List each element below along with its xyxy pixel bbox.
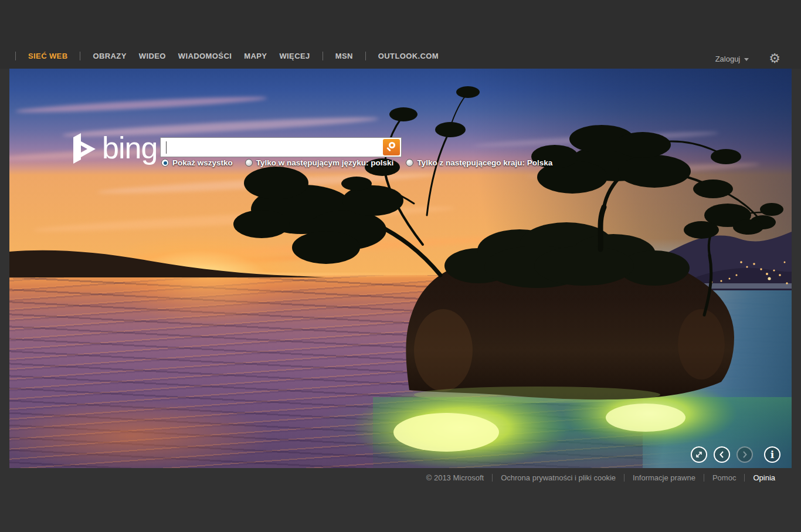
search-button[interactable]: [383, 139, 400, 155]
nav-separator: [80, 52, 80, 60]
nav-separator: [323, 52, 323, 60]
filter-label: Tylko z następującego kraju: Polska: [417, 158, 552, 167]
chevron-right-icon: [741, 450, 748, 459]
filter-language-polish[interactable]: Tylko w następującym języku: polski: [245, 158, 394, 167]
search-box: [160, 137, 402, 157]
footer-separator: [744, 474, 745, 482]
footer-separator: [624, 474, 624, 482]
gear-icon[interactable]: ⚙: [769, 53, 780, 65]
copyright-text: © 2013 Microsoft: [426, 473, 484, 482]
search-icon: [389, 142, 395, 148]
footer-link-legal[interactable]: Informacje prawne: [633, 473, 695, 482]
chevron-down-icon: [744, 58, 749, 61]
nav-item-video[interactable]: WIDEO: [139, 52, 166, 60]
next-image-button: [736, 446, 753, 463]
footer-links: © 2013 Microsoft Ochrona prywatności i p…: [426, 473, 775, 482]
expand-icon: [695, 450, 703, 459]
footer-link-help[interactable]: Pomoc: [712, 473, 736, 482]
nav-item-images[interactable]: OBRAZY: [93, 52, 126, 60]
nav-separator: [15, 52, 16, 60]
footer-link-feedback[interactable]: Opinia: [753, 473, 775, 482]
nav-item-msn[interactable]: MSN: [335, 52, 353, 60]
nav-separator: [365, 52, 366, 60]
nav-item-news[interactable]: WIADOMOŚCI: [178, 52, 232, 60]
footer-bar: © 2013 Microsoft Ochrona prywatności i p…: [0, 468, 801, 532]
sign-in-label: Zaloguj: [715, 55, 741, 63]
radio-selected-icon[interactable]: [161, 159, 169, 167]
image-info-button[interactable]: i: [764, 446, 780, 463]
search-filters: Pokaż wszystko Tylko w następującym języ…: [161, 158, 552, 167]
nav-item-outlook[interactable]: OUTLOOK.COM: [378, 52, 439, 60]
bing-logo: bing: [72, 133, 157, 165]
chevron-left-icon: [718, 450, 725, 459]
radio-icon[interactable]: [245, 159, 253, 167]
info-icon: i: [771, 450, 774, 460]
filter-show-all[interactable]: Pokaż wszystko: [161, 158, 233, 167]
fullscreen-button[interactable]: [691, 446, 707, 463]
bing-logo-icon: [72, 133, 97, 165]
nav-item-maps[interactable]: MAPY: [244, 52, 267, 60]
search-input[interactable]: [161, 138, 383, 157]
nav-item-web[interactable]: SIEĆ WEB: [28, 52, 67, 60]
nav-item-more[interactable]: WIĘCEJ: [279, 52, 310, 60]
primary-nav: SIEĆ WEB OBRAZY WIDEO WIADOMOŚCI MAPY WI…: [15, 52, 439, 60]
island-scene: [9, 69, 792, 468]
sign-in-button[interactable]: Zaloguj: [715, 55, 749, 63]
footer-separator: [704, 474, 704, 482]
radio-icon[interactable]: [406, 159, 413, 167]
text-cursor: [166, 141, 167, 154]
bing-logo-text: bing: [102, 133, 157, 162]
top-bar: SIEĆ WEB OBRAZY WIDEO WIADOMOŚCI MAPY WI…: [0, 0, 801, 69]
previous-image-button[interactable]: [714, 446, 730, 463]
footer-link-privacy[interactable]: Ochrona prywatności i pliki cookie: [501, 473, 616, 482]
footer-separator: [492, 474, 493, 482]
top-bar-right: Zaloguj ⚙: [715, 53, 780, 65]
filter-label: Tylko w następującym języku: polski: [256, 158, 394, 167]
filter-country-poland[interactable]: Tylko z następującego kraju: Polska: [406, 158, 552, 167]
background-photo: bing Pokaż wszystko Tylko w następującym…: [9, 69, 792, 468]
image-viewer-controls: i: [691, 446, 780, 463]
filter-label: Pokaż wszystko: [172, 158, 233, 167]
